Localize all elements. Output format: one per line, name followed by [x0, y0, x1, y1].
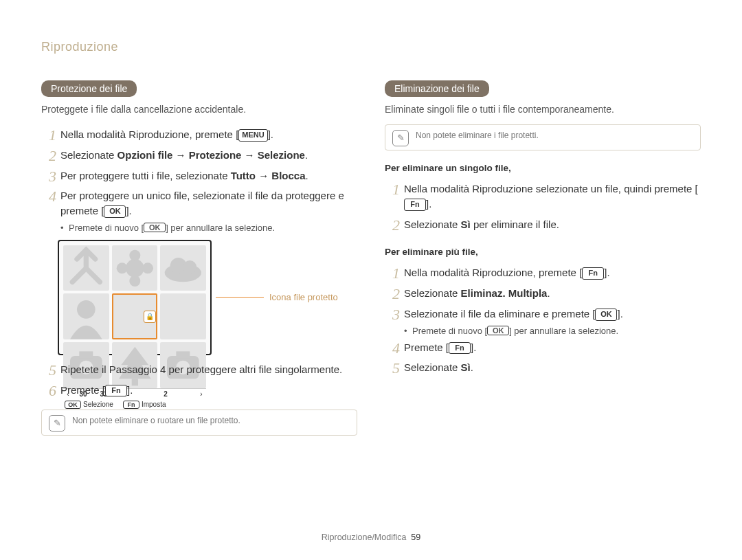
intro-protect: Proteggete i file dalla cancellazione ac…	[41, 104, 357, 115]
fn-button-label: Fn	[449, 342, 471, 355]
steps-protect-2: 5 Ripetete il Passaggio 4 per proteggere…	[41, 359, 357, 401]
step-num: 1	[41, 124, 56, 146]
lock-icon: 🔒	[144, 311, 156, 323]
thumb	[112, 245, 158, 291]
steps-delete-multi: 1 Nella modalità Riproduzione, premete […	[385, 262, 701, 324]
ok-button-label: OK	[65, 401, 81, 409]
steps-delete-multi-2: 4 Premete [Fn]. 5 Selezionate Sì.	[385, 337, 701, 379]
ok-button-label: OK	[144, 223, 166, 232]
step-bold: Opzioni file → Protezione → Selezione	[117, 149, 305, 161]
step-text: ].	[426, 198, 431, 210]
svg-point-2	[129, 276, 140, 287]
footer-text: Riproduzione/Modifica	[322, 533, 407, 542]
step-text: ].	[268, 128, 273, 140]
note-icon: ✎	[49, 415, 65, 432]
note-icon: ✎	[392, 130, 409, 146]
svg-point-4	[142, 262, 153, 273]
ok-button-label: OK	[104, 205, 126, 218]
step-text: .	[547, 287, 550, 299]
step-5: 5 Ripetete il Passaggio 4 per proteggere…	[41, 359, 357, 380]
camera-screen-figure: 🔒	[58, 240, 212, 355]
svg-rect-14	[177, 351, 190, 358]
page-title: Riproduzione	[41, 40, 701, 54]
person-icon	[63, 293, 109, 339]
steps-delete-single: 1 Nella modalità Riproduzione selezionat…	[385, 179, 701, 234]
step-4: 4 Per proteggere un unico file, selezion…	[41, 186, 357, 221]
step-text: ].	[471, 341, 476, 353]
step-bold: Tutto → Blocca	[231, 170, 306, 181]
step-text: Premete [	[60, 384, 105, 396]
step-4: 4 Premete [Fn].	[385, 337, 701, 358]
step-text: Selezionate	[60, 149, 117, 161]
svg-point-0	[126, 259, 144, 278]
thumb-selected: 🔒	[112, 293, 158, 339]
fn-button-label: Fn	[404, 199, 426, 211]
step-text: Nella modalità Riproduzione selezionate …	[404, 183, 698, 194]
step-2: 2 Selezionate Opzioni file → Protezione …	[41, 145, 357, 166]
step-text: Selezionate il file da eliminare e preme…	[404, 308, 595, 320]
step-bold: Sì	[461, 361, 471, 373]
fig-label: Selezione	[83, 401, 113, 408]
palm-icon	[63, 245, 109, 291]
section-pill-delete: Eliminazione dei file	[385, 80, 489, 97]
thumb	[160, 293, 206, 339]
step-text: .	[306, 170, 308, 181]
step-num: 3	[41, 166, 56, 188]
steps-protect: 1 Nella modalità Riproduzione, premete […	[41, 124, 357, 221]
subhead-single: Per eliminare un singolo file,	[385, 163, 701, 173]
step-num: 3	[385, 304, 400, 326]
step-text: Per proteggere un unico file, selezionat…	[60, 190, 344, 216]
step-text: Selezionate	[404, 361, 461, 373]
step-text: Per proteggere tutti i file, selezionate	[60, 170, 231, 181]
fn-button-label: Fn	[123, 401, 139, 409]
note-box-left: ✎ Non potete eliminare o ruotare un file…	[41, 410, 357, 436]
callout-text: Icona file protetto	[269, 292, 338, 302]
step-text: ].	[617, 308, 622, 320]
step-text: Ripetete il Passaggio 4 per proteggere a…	[60, 363, 342, 375]
step-num: 2	[41, 145, 56, 167]
step-bold: Sì	[461, 219, 471, 230]
step-text: ].	[604, 267, 609, 278]
col-right: Eliminazione dei file Eliminate singoli …	[385, 80, 701, 436]
step-text: ].	[126, 205, 131, 216]
cloud-icon	[160, 245, 206, 291]
step-2: 2 Selezionate Eliminaz. Multipla.	[385, 283, 701, 304]
bullet-text: ] per annullare la selezione.	[166, 223, 275, 233]
menu-button-label: MENU	[238, 129, 267, 142]
step-3: 3 Selezionate il file da eliminare e pre…	[385, 304, 701, 324]
flower-icon	[112, 245, 158, 291]
step-bold: Eliminaz. Multipla	[461, 287, 548, 299]
step-1: 1 Nella modalità Riproduzione selezionat…	[385, 179, 701, 214]
columns: Protezione dei file Proteggete i file da…	[41, 80, 701, 436]
intro-delete: Eliminate singoli file o tutti i file co…	[385, 104, 701, 115]
step-num: 4	[41, 186, 56, 208]
step-text: Selezionate	[404, 219, 461, 230]
step-5: 5 Selezionate Sì.	[385, 357, 701, 378]
page-number: 59	[411, 533, 420, 542]
bullet-text: ] per annullare la selezione.	[509, 326, 618, 336]
step-text: Selezionate	[404, 287, 461, 299]
ok-button-label: OK	[595, 309, 617, 321]
thumb	[63, 293, 109, 339]
step-2: 2 Selezionate Sì per eliminare il file.	[385, 214, 701, 235]
step-text: Premete [	[404, 341, 449, 353]
step-6: 6 Premete [Fn].	[41, 380, 357, 401]
step-text: ].	[127, 384, 133, 396]
step-num: 5	[41, 359, 56, 381]
sub-bullet-3: Premete di nuovo [OK] per annullare la s…	[404, 326, 701, 336]
callout-line	[216, 297, 264, 298]
svg-rect-10	[79, 351, 93, 358]
page: Riproduzione Protezione dei file Protegg…	[0, 0, 742, 560]
step-text: Nella modalità Riproduzione, premete [	[60, 128, 238, 140]
note-text: Non potete eliminare i file protetti.	[416, 131, 539, 140]
svg-point-8	[77, 300, 95, 319]
thumb	[160, 245, 206, 291]
step-num: 2	[385, 283, 400, 305]
ok-button-label: OK	[487, 326, 509, 335]
subhead-multi: Per eliminare più file,	[385, 247, 701, 257]
step-text: .	[471, 361, 473, 373]
step-num: 1	[385, 179, 400, 201]
fn-button-label: Fn	[105, 385, 127, 397]
section-pill-protect: Protezione dei file	[41, 80, 137, 97]
step-num: 4	[385, 337, 400, 359]
